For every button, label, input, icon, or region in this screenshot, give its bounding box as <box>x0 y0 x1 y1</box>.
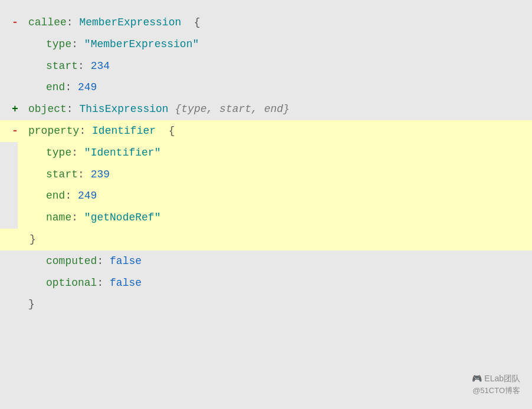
line-type-member: type : "MemberExpression" <box>18 34 532 55</box>
key-object: object <box>28 101 67 118</box>
colon-1: : <box>67 14 80 31</box>
key-end-2: end <box>46 187 65 204</box>
marker-empty-14 <box>12 296 28 313</box>
key-start-2: start <box>46 166 78 183</box>
line-final-brace: } <box>0 293 532 315</box>
marker-empty-10 <box>29 209 46 226</box>
val-249-1: 249 <box>78 79 97 96</box>
brace-5 <box>169 101 175 118</box>
line-computed: computed : false <box>18 250 532 272</box>
marker-plus-5: + <box>12 101 28 118</box>
val-getnoderef: "getNodeRef" <box>84 209 161 226</box>
watermark: 🎮 ELab团队 @51CTO博客 <box>472 372 520 397</box>
val-239: 239 <box>91 166 110 183</box>
colon-2: : <box>71 36 84 53</box>
val-234: 234 <box>91 58 110 75</box>
marker-minus-1: - <box>12 14 28 31</box>
line-optional: optional : false <box>18 272 532 294</box>
watermark-icon: 🎮 ELab团队 <box>472 372 520 385</box>
line-object: + object : ThisExpression {type, start, … <box>0 98 532 120</box>
colon-9: : <box>65 187 78 204</box>
colon-3: : <box>78 58 91 75</box>
marker-empty-7 <box>29 144 46 161</box>
val-identifier: "Identifier" <box>84 144 161 161</box>
marker-empty-12 <box>29 253 46 270</box>
italic-fields: {type, start, end} <box>175 101 289 118</box>
colon-12: : <box>97 253 110 270</box>
watermark-handle: @51CTO博客 <box>472 385 520 397</box>
val-249-2: 249 <box>78 187 97 204</box>
marker-empty-9 <box>29 187 46 204</box>
colon-8: : <box>78 166 91 183</box>
key-start-1: start <box>46 58 78 75</box>
key-name: name <box>46 209 71 226</box>
colon-4: : <box>65 79 78 96</box>
line-start-239: start : 239 <box>18 164 532 186</box>
code-viewer: - callee : MemberExpression { type : "Me… <box>0 0 532 409</box>
key-property: property <box>28 123 79 140</box>
colon-6: : <box>79 123 92 140</box>
brace-close-highlighted: } <box>29 231 36 248</box>
key-callee: callee <box>28 14 67 31</box>
val-memberexpression: "MemberExpression" <box>84 36 199 53</box>
line-type-identifier: type : "Identifier" <box>18 142 532 164</box>
line-end-249b: end : 249 <box>18 185 532 207</box>
marker-empty-13 <box>29 275 46 292</box>
watermark-brand: ELab团队 <box>484 374 520 383</box>
colon-5: : <box>67 101 80 118</box>
key-computed: computed <box>46 253 97 270</box>
colon-7: : <box>71 144 84 161</box>
line-property: - property : Identifier { <box>0 120 532 142</box>
type-memberexpression-1: MemberExpression <box>79 14 181 31</box>
line-name: name : "getNodeRef" <box>18 207 532 229</box>
type-thisexpression: ThisExpression <box>79 101 168 118</box>
colon-10: : <box>71 209 84 226</box>
key-end-1: end <box>46 79 65 96</box>
val-optional: false <box>110 275 142 292</box>
key-type-1: type <box>46 36 71 53</box>
line-callee: - callee : MemberExpression { <box>0 12 532 34</box>
brace-open-6: { <box>156 123 175 140</box>
marker-empty-8 <box>29 166 46 183</box>
key-optional: optional <box>46 275 97 292</box>
marker-empty-2 <box>29 36 46 53</box>
line-end-249: end : 249 <box>18 77 532 98</box>
marker-minus-6: - <box>12 123 28 140</box>
brace-final: } <box>28 296 35 313</box>
colon-13: : <box>97 275 110 292</box>
brace-open-1: { <box>181 14 200 31</box>
marker-empty-3 <box>29 58 46 75</box>
type-identifier: Identifier <box>92 123 156 140</box>
line-start-234: start : 234 <box>18 55 532 77</box>
line-close-brace-highlighted: } <box>0 229 532 250</box>
key-type-2: type <box>46 144 71 161</box>
val-computed: false <box>110 253 142 270</box>
marker-empty-4 <box>29 79 46 96</box>
